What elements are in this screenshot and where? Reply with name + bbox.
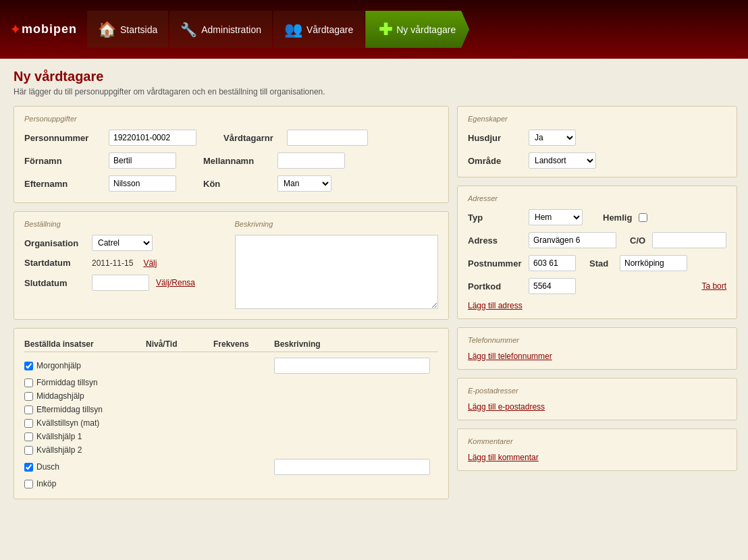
mellannamn-input[interactable] [277,152,345,169]
nav-item-vardtagare[interactable]: 👥 Vårdtagare [273,11,364,48]
omrade-label: Område [468,156,522,166]
kvallstillsyn-checkbox[interactable] [24,419,33,428]
formiddag-checkbox[interactable] [24,379,33,387]
egenskaper-title: Egenskaper [468,115,726,123]
kon-label: Kön [203,179,264,189]
slutdatum-label: Slutdatum [24,278,85,288]
inkop-checkbox[interactable] [24,480,33,488]
vardtagarnr-input[interactable] [287,130,368,146]
insatser-col4: Beskrivning [274,339,438,349]
kvallshjalp1-label: Kvällshjälp 1 [36,432,82,441]
telefonnummer-section: Telefonnummer Lägg till telefonnummer [457,327,737,370]
nav-item-administration[interactable]: 🔧 Administration [169,11,272,48]
insatser-col2: Nivå/Tid [146,339,213,349]
startdatum-valj-link[interactable]: Välj [143,258,157,268]
organisation-row: Organisation Catrel [24,235,228,251]
header: ✦ mobipen 🏠 Startsida 🔧 Administration 👥… [0,0,748,59]
husdjur-label: Husdjur [468,133,522,143]
startdatum-value: 2011-11-15 [92,258,133,268]
eftermiddag-checkbox[interactable] [24,405,33,414]
adresser-title: Adresser [468,194,726,202]
dusch-description[interactable] [274,459,430,475]
personnummer-row: Personnummer Vårdtagarnr [24,130,438,146]
inkop-label: Inköp [36,479,56,488]
typ-select[interactable]: Hem Arbete [529,209,583,225]
kvallshjalp1-checkbox[interactable] [24,432,33,441]
efternamn-input[interactable] [109,175,176,192]
beskrivning-textarea[interactable] [235,235,439,309]
adresser-section: Adresser Typ Hem Arbete Hemlig Adress C/… [457,186,737,319]
portkod-input[interactable] [529,278,576,294]
fornamn-row: Förnamn Mellannamn [24,152,438,169]
lagg-till-adress-link[interactable]: Lägg till adress [468,301,726,310]
morgon-label-cell: Morgonhjälp [24,361,146,370]
morgon-description[interactable] [274,358,430,374]
organisation-label: Organisation [24,238,85,248]
lagg-till-telefon-link[interactable]: Lägg till telefonnummer [468,352,552,361]
right-column: Egenskaper Husdjur Ja Nej Område Landsor… [457,106,737,499]
hemlig-checkbox[interactable] [639,213,647,222]
hemlig-label: Hemlig [603,213,632,223]
morgon-checkbox[interactable] [24,362,33,370]
typ-label: Typ [468,213,522,223]
fornamn-label: Förnamn [24,156,95,166]
husdjur-select[interactable]: Ja Nej [529,130,576,146]
nav-item-startsida[interactable]: 🏠 Startsida [87,11,168,48]
insatser-col1: Beställda insatser [24,339,146,349]
fornamn-input[interactable] [109,152,176,169]
organisation-select[interactable]: Catrel [92,235,153,251]
omrade-select[interactable]: Landsort Stad [529,152,596,169]
insats-row-middag: Middagshjälp [24,389,438,403]
startdatum-label: Startdatum [24,258,85,268]
formiddag-label: Förmiddag tillsyn [36,378,98,387]
personnummer-input[interactable] [109,130,196,146]
adress-label: Adress [468,235,522,246]
page-title: Ny vårdtagare [14,69,734,84]
adress-row: Adress C/O [468,232,726,248]
nav: 🏠 Startsida 🔧 Administration 👥 Vårdtagar… [87,0,469,59]
insatser-col3: Frekvens [213,339,274,349]
ta-bort-link[interactable]: Ta bort [701,281,726,291]
kommentarer-title: Kommentarer [468,437,726,445]
kon-select[interactable]: Man Kvinna [277,175,331,192]
epostadresser-title: E-postadresser [468,387,726,395]
nav-item-ny-vardtagare[interactable]: ✚ Ny vårdtagare [365,11,469,48]
personuppgifter-section: Personuppgifter Personnummer Vårdtagarnr… [14,106,449,203]
epostadresser-section: E-postadresser Lägg till e-postadress [457,378,737,420]
morgon-label: Morgonhjälp [36,361,81,370]
omrade-row: Område Landsort Stad [468,152,726,169]
startdatum-row: Startdatum 2011-11-15 Välj [24,258,228,268]
middag-checkbox[interactable] [24,392,33,401]
slutdatum-input[interactable] [92,275,149,291]
beskrivning-right: Beskrivning [235,220,439,311]
startsida-label: Startsida [120,24,157,35]
adress-input[interactable] [529,232,616,248]
logo-text: mobipen [22,22,77,36]
dusch-label: Dusch [36,462,59,472]
plus-icon: ✚ [379,20,392,39]
personuppgifter-title: Personuppgifter [24,115,438,123]
insats-row-formiddag: Förmiddag tillsyn [24,376,438,389]
postnummer-input[interactable] [529,255,576,271]
logo-star-icon: ✦ [10,22,20,37]
efternamn-label: Efternamn [24,179,95,189]
lagg-till-kommentar-link[interactable]: Lägg till kommentar [468,453,539,462]
postnummer-row: Postnummer Stad [468,255,726,271]
tools-icon: 🔧 [180,22,197,38]
dusch-checkbox[interactable] [24,463,33,472]
postnummer-label: Postnummer [468,258,522,269]
kvallstillsyn-label: Kvällstillsyn (mat) [36,418,99,428]
insats-row-kvallshjalp2: Kvällshjälp 2 [24,443,438,457]
telefonnummer-title: Telefonnummer [468,336,726,344]
stad-input[interactable] [620,255,687,271]
co-input[interactable] [652,232,726,248]
vardtagarnr-label: Vårdtagarnr [223,133,273,143]
bestallning-section: Beställning Organisation Catrel Startdat… [14,211,449,320]
slutdatum-valj-rensa-link[interactable]: Välj/Rensa [156,278,195,287]
insats-row-morgon: Morgonhjälp [24,356,438,376]
insats-row-dusch: Dusch [24,457,438,477]
lagg-till-epost-link[interactable]: Lägg till e-postadress [468,402,545,412]
kvallshjalp2-checkbox[interactable] [24,446,33,455]
egenskaper-section: Egenskaper Husdjur Ja Nej Område Landsor… [457,106,737,177]
eftermiddag-label: Eftermiddag tillsyn [36,405,103,414]
